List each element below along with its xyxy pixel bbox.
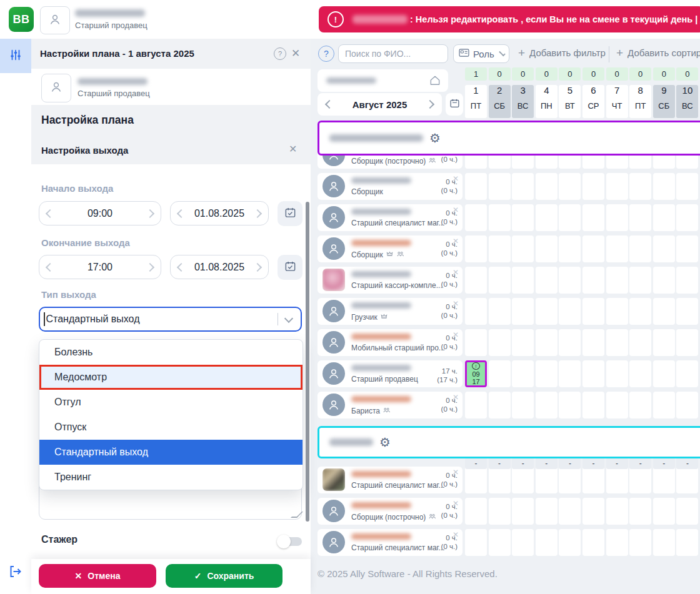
dropdown-item[interactable]: Отпуск bbox=[39, 415, 302, 440]
user-avatar[interactable] bbox=[40, 6, 70, 34]
employee-row[interactable]: Сборщик ✕ 0 ч. (0 ч.) bbox=[318, 235, 462, 262]
schedule-cell[interactable] bbox=[606, 204, 628, 231]
logout-button[interactable] bbox=[8, 564, 24, 580]
schedule-cell[interactable] bbox=[512, 529, 534, 556]
dropdown-item[interactable]: Тренинг bbox=[39, 465, 302, 490]
start-time-value[interactable]: 09:00 bbox=[88, 208, 112, 219]
schedule-cell[interactable] bbox=[559, 392, 581, 418]
schedule-cell[interactable] bbox=[489, 467, 511, 493]
employee-row[interactable]: Мобильный старший про... ✕ 0 ч. (0 ч.) bbox=[318, 329, 462, 356]
schedule-cell[interactable] bbox=[606, 467, 628, 493]
schedule-cell[interactable] bbox=[559, 267, 581, 294]
schedule-cell[interactable] bbox=[512, 204, 534, 231]
schedule-cell[interactable] bbox=[465, 498, 487, 525]
question-icon[interactable]: ? bbox=[318, 46, 334, 62]
chevron-right-icon[interactable] bbox=[146, 209, 154, 217]
start-date-value[interactable]: 01.08.2025 bbox=[194, 208, 244, 219]
schedule-cell[interactable] bbox=[489, 173, 511, 200]
schedule-cell[interactable] bbox=[582, 360, 604, 387]
schedule-cell[interactable] bbox=[512, 360, 534, 387]
schedule-cell[interactable] bbox=[512, 235, 534, 262]
schedule-cell[interactable] bbox=[676, 392, 698, 418]
schedule-cell[interactable] bbox=[465, 267, 487, 294]
schedule-cell[interactable] bbox=[653, 498, 675, 525]
dropdown-item[interactable]: Отгул bbox=[39, 390, 302, 415]
dropdown-item[interactable]: Медосмотр bbox=[39, 365, 302, 390]
schedule-cell[interactable] bbox=[629, 235, 651, 262]
schedule-cell[interactable] bbox=[536, 392, 558, 418]
dropdown-item[interactable]: Болезнь bbox=[39, 340, 302, 365]
schedule-cell[interactable] bbox=[606, 529, 628, 556]
schedule-cell[interactable] bbox=[676, 529, 698, 556]
schedule-cell[interactable] bbox=[559, 329, 581, 356]
gear-icon[interactable]: ⚙ bbox=[379, 436, 391, 448]
chevron-right-icon[interactable] bbox=[146, 262, 154, 271]
schedule-cell[interactable] bbox=[606, 267, 628, 294]
schedule-cell[interactable] bbox=[582, 467, 604, 493]
schedule-cell[interactable] bbox=[629, 360, 651, 387]
schedule-cell[interactable] bbox=[489, 204, 511, 231]
schedule-cell[interactable] bbox=[676, 235, 698, 262]
chevron-left-icon[interactable] bbox=[46, 209, 54, 217]
schedule-cell[interactable] bbox=[629, 392, 651, 418]
schedule-cell[interactable] bbox=[536, 235, 558, 262]
schedule-cell[interactable] bbox=[653, 267, 675, 294]
close-icon[interactable]: ✕ bbox=[291, 47, 300, 60]
employee-row[interactable]: Старший кассир-компле... ✕ 0 ч. (0 ч.) bbox=[318, 267, 462, 294]
schedule-cell[interactable] bbox=[489, 235, 511, 262]
schedule-cell[interactable] bbox=[629, 329, 651, 356]
schedule-cell[interactable] bbox=[582, 498, 604, 525]
schedule-cell[interactable] bbox=[629, 529, 651, 556]
chevron-right-icon[interactable] bbox=[426, 100, 434, 109]
chevron-left-icon[interactable] bbox=[46, 262, 54, 271]
employee-row[interactable]: Сборщик (построчно) ✕ 0 ч. (0 ч.) bbox=[318, 498, 462, 525]
close-shift-section-icon[interactable]: ✕ bbox=[289, 143, 297, 155]
schedule-cell[interactable] bbox=[582, 529, 604, 556]
schedule-cell[interactable] bbox=[559, 467, 581, 493]
save-button[interactable]: ✓ Сохранить bbox=[166, 564, 282, 588]
end-time-stepper[interactable]: 17:00 bbox=[39, 255, 161, 279]
search-input[interactable] bbox=[338, 44, 448, 63]
schedule-cell[interactable] bbox=[676, 360, 698, 387]
gear-icon[interactable]: ⚙ bbox=[429, 132, 441, 144]
start-calendar-button[interactable] bbox=[278, 201, 302, 226]
schedule-cell[interactable] bbox=[582, 173, 604, 200]
schedule-cell[interactable] bbox=[465, 392, 487, 418]
employee-row[interactable]: Грузчик ✕ 0 ч. (0 ч.) bbox=[318, 298, 462, 325]
schedule-cell[interactable] bbox=[489, 329, 511, 356]
schedule-cell[interactable] bbox=[629, 298, 651, 325]
schedule-cell[interactable] bbox=[512, 329, 534, 356]
chevron-left-icon[interactable] bbox=[177, 209, 186, 217]
schedule-cell[interactable] bbox=[489, 392, 511, 418]
end-time-value[interactable]: 17:00 bbox=[88, 262, 112, 273]
schedule-cell[interactable] bbox=[536, 529, 558, 556]
schedule-cell[interactable] bbox=[536, 498, 558, 525]
employee-row[interactable]: Старший специалист маг... ✕ 0 ч. (0 ч.) bbox=[318, 529, 462, 556]
end-date-value[interactable]: 01.08.2025 bbox=[194, 262, 244, 273]
schedule-cell[interactable] bbox=[653, 204, 675, 231]
schedule-cell[interactable] bbox=[536, 267, 558, 294]
chevron-left-icon[interactable] bbox=[325, 100, 334, 109]
schedule-cell[interactable] bbox=[606, 498, 628, 525]
schedule-cell[interactable] bbox=[606, 392, 628, 418]
schedule-cell[interactable] bbox=[676, 298, 698, 325]
schedule-cell[interactable] bbox=[653, 329, 675, 356]
role-filter-dropdown[interactable]: Роль bbox=[453, 44, 509, 63]
schedule-cell[interactable] bbox=[559, 529, 581, 556]
schedule-cell[interactable] bbox=[536, 173, 558, 200]
sidebar-item-plan-settings[interactable] bbox=[0, 39, 31, 73]
start-date-stepper[interactable]: 01.08.2025 bbox=[170, 201, 269, 225]
schedule-cell[interactable] bbox=[559, 173, 581, 200]
schedule-cell[interactable] bbox=[582, 392, 604, 418]
schedule-cell[interactable] bbox=[489, 298, 511, 325]
shift-cell[interactable]: !0917 bbox=[465, 360, 487, 387]
schedule-cell[interactable] bbox=[582, 329, 604, 356]
schedule-cell[interactable] bbox=[629, 267, 651, 294]
employee-row[interactable]: Старший специалист маг... ✕ 0 ч. (0 ч.) bbox=[318, 204, 462, 231]
store-card[interactable] bbox=[318, 69, 448, 92]
month-calendar-button[interactable] bbox=[446, 93, 463, 116]
employee-row[interactable]: Бариста ✕ 0 ч. (0 ч.) bbox=[318, 392, 462, 418]
schedule-cell[interactable] bbox=[676, 498, 698, 525]
schedule-cell[interactable] bbox=[582, 267, 604, 294]
schedule-cell[interactable] bbox=[629, 173, 651, 200]
